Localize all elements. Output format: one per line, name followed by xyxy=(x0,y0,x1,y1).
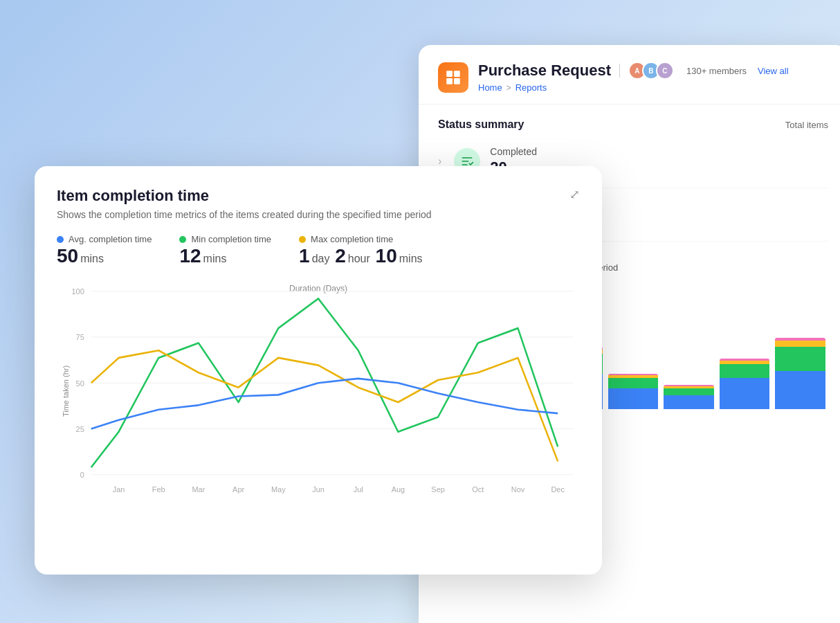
header-divider xyxy=(619,64,620,78)
svg-text:Feb: Feb xyxy=(152,485,165,494)
min-value: 12mins xyxy=(179,246,271,267)
svg-text:May: May xyxy=(271,485,286,494)
bar-seg-blue xyxy=(664,395,714,409)
svg-text:Jan: Jan xyxy=(113,485,125,494)
total-items-label: Total items xyxy=(785,120,828,130)
metric-max: Max completion time 1day 2hour 10mins xyxy=(299,234,422,267)
max-value: 1day 2hour 10mins xyxy=(299,246,422,267)
bar-seg-green xyxy=(720,364,770,378)
panel-title: Item completion time xyxy=(57,187,209,205)
expand-icon[interactable]: ⤢ xyxy=(569,187,580,202)
line-chart-container: Time taken (hr) 100 75 50 25 0 Jan Feb M… xyxy=(57,284,580,498)
min-legend-label: Min completion time xyxy=(191,234,271,244)
max-legend-label: Max completion time xyxy=(311,234,393,244)
avg-legend-label: Avg. completion time xyxy=(69,234,152,244)
app-icon xyxy=(438,62,468,93)
svg-text:100: 100 xyxy=(72,287,84,295)
min-legend: Min completion time xyxy=(179,234,271,244)
svg-text:Jul: Jul xyxy=(354,485,363,494)
svg-text:Oct: Oct xyxy=(472,485,484,494)
bar-group-4 xyxy=(608,374,659,409)
app-title: Purchase Request xyxy=(478,62,611,80)
svg-text:Nov: Nov xyxy=(511,485,525,494)
completed-label: Completed xyxy=(490,146,828,157)
bar-stack-7 xyxy=(775,338,825,409)
yellow-line xyxy=(91,350,558,461)
bar-stack-5 xyxy=(664,385,714,409)
line-chart-svg: 100 75 50 25 0 Jan Feb Mar Apr May Jun J… xyxy=(57,284,580,498)
bar-seg-blue xyxy=(720,378,770,409)
max-legend: Max completion time xyxy=(299,234,422,244)
bar-group-7 xyxy=(775,338,825,409)
header-text: Purchase Request A B C 130+ members View… xyxy=(478,62,828,93)
section-header: Status summary Total items xyxy=(438,118,828,131)
breadcrumb-reports[interactable]: Reports xyxy=(515,82,547,93)
avg-dot xyxy=(57,236,64,243)
svg-text:Dec: Dec xyxy=(551,485,565,494)
bar-seg-blue xyxy=(608,388,659,409)
blue-line xyxy=(91,379,558,429)
bar-seg-blue xyxy=(775,371,825,409)
svg-text:75: 75 xyxy=(76,333,84,341)
breadcrumb-home[interactable]: Home xyxy=(478,82,502,93)
metrics-row: Avg. completion time 50mins Min completi… xyxy=(57,234,580,267)
svg-text:Apr: Apr xyxy=(232,485,244,494)
bar-seg-yellow xyxy=(775,341,825,347)
members-count: 130+ members xyxy=(686,66,747,76)
svg-text:Mar: Mar xyxy=(192,485,205,494)
min-dot xyxy=(179,236,186,243)
svg-text:50: 50 xyxy=(76,379,84,387)
panel-subtitle: Shows the completion time metrics of the… xyxy=(57,209,580,220)
section-title: Status summary xyxy=(438,118,524,131)
max-dot xyxy=(299,236,306,243)
svg-text:Jun: Jun xyxy=(312,485,325,494)
purchase-request-icon xyxy=(444,69,462,87)
svg-rect-0 xyxy=(446,71,453,77)
bar-seg-green xyxy=(608,378,659,388)
svg-rect-1 xyxy=(454,71,460,77)
svg-rect-2 xyxy=(446,78,453,84)
header-top-row: Purchase Request A B C 130+ members View… xyxy=(478,62,828,80)
panel-header-row: Item completion time ⤢ xyxy=(57,187,580,205)
svg-text:Sep: Sep xyxy=(431,485,444,494)
app-header: Purchase Request A B C 130+ members View… xyxy=(419,45,840,105)
members-avatars: A B C xyxy=(628,62,674,80)
svg-text:0: 0 xyxy=(80,471,84,479)
breadcrumb-chevron: > xyxy=(506,83,511,93)
bar-seg-green xyxy=(664,388,714,395)
view-all-link[interactable]: View all xyxy=(758,66,789,76)
metric-min: Min completion time 12mins xyxy=(179,234,271,267)
avatar-3: C xyxy=(656,62,674,80)
bar-seg-green xyxy=(775,347,825,371)
svg-text:Aug: Aug xyxy=(392,485,405,494)
bar-stack-4 xyxy=(608,374,659,409)
bar-group-5 xyxy=(664,385,714,409)
breadcrumb: Home > Reports xyxy=(478,82,828,93)
avg-legend: Avg. completion time xyxy=(57,234,152,244)
bar-stack-6 xyxy=(720,359,770,409)
front-chart-panel: Item completion time ⤢ Shows the complet… xyxy=(35,166,602,575)
bar-group-6 xyxy=(720,359,770,409)
svg-text:25: 25 xyxy=(76,424,84,433)
metric-avg: Avg. completion time 50mins xyxy=(57,234,152,267)
svg-rect-3 xyxy=(454,78,460,84)
avg-value: 50mins xyxy=(57,246,152,267)
